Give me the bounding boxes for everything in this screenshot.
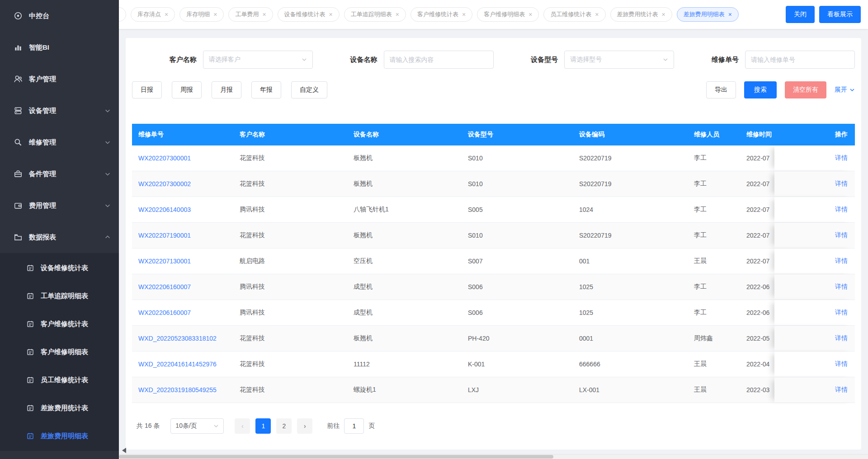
detail-link[interactable]: 详情 [835,283,848,291]
cell-device-name: 螺旋机1 [347,377,462,403]
close-icon[interactable]: × [528,11,532,18]
goto-page-input[interactable] [344,418,364,434]
page-number-button[interactable]: 1 [255,418,271,434]
clipped-tab[interactable] [119,7,126,22]
close-icon[interactable]: × [396,11,399,18]
page-number-button[interactable]: 2 [276,418,292,434]
cell-device-model: S006 [462,274,573,300]
detail-link[interactable]: 详情 [835,154,848,162]
board-display-button[interactable]: 看板展示 [819,6,861,23]
detail-link[interactable]: 详情 [835,386,848,394]
order-no-link[interactable]: WX202206140003 [138,206,191,213]
period-button[interactable]: 自定义 [291,81,327,98]
sidebar-item-console[interactable]: 中控台 [0,0,119,32]
cell-repair-time: 2022-07 [740,248,774,274]
sidebar-subitem[interactable]: 员工维修统计表 [0,366,119,394]
cell-worker: 周炜鑫 [688,326,740,351]
sidebar-item-expenses[interactable]: 费用管理 [0,190,119,221]
sidebar-item-spare-parts[interactable]: 备件管理 [0,158,119,190]
order-no-link[interactable]: WX202207300002 [138,180,191,187]
chevron-down-icon [663,57,668,62]
bi-chart-icon [14,43,23,52]
close-button[interactable]: 关闭 [786,6,815,23]
cell-customer-name: 花篮科技 [233,377,347,403]
customer-select[interactable]: 请选择客户 [203,51,313,69]
tab[interactable]: 库存清点 × [131,7,175,22]
sidebar-item-customers[interactable]: 客户管理 [0,63,119,95]
order-no-input[interactable] [745,51,855,69]
search-button[interactable]: 搜索 [744,81,777,98]
cell-device-model: S005 [462,197,573,222]
sidebar-subitem[interactable]: 客户维修统计表 [0,310,119,338]
repair-orders-table: 维修单号 客户名称 设备名称 设备型号 设备编码 维修人员 维修时间 操作 WX… [132,124,855,403]
order-no-link[interactable]: WX202207190001 [138,232,191,239]
device-model-select[interactable]: 请选择型号 [564,51,674,69]
period-button[interactable]: 月报 [212,81,241,98]
report-icon [26,264,34,272]
period-button[interactable]: 日报 [132,81,162,98]
tab[interactable]: 差旅费用统计表 × [610,7,672,22]
tab[interactable]: 客户维修明细表 × [477,7,539,22]
tab[interactable]: 客户维修统计表 × [410,7,472,22]
order-no-link[interactable]: WX202206160007 [138,283,191,290]
sidebar-subitem[interactable]: 工单追踪明细表 [0,282,119,310]
cell-action: 详情 [774,377,855,403]
prev-page-button[interactable]: ‹ [235,418,250,434]
sidebar-subitem-label: 差旅费用明细表 [41,432,88,440]
close-icon[interactable]: × [662,11,665,18]
tab[interactable]: 员工维修统计表 × [543,7,605,22]
detail-link[interactable]: 详情 [835,334,848,342]
sidebar-item-repair[interactable]: 维修管理 [0,126,119,158]
detail-link[interactable]: 详情 [835,257,848,265]
order-no-link[interactable]: WX202207300001 [138,155,191,162]
detail-link[interactable]: 详情 [835,309,848,317]
cell-order-no: WX202206160007 [132,274,233,300]
close-icon[interactable]: × [595,11,599,18]
horizontal-scrollbar[interactable] [119,454,868,459]
report-icon [26,348,34,356]
chevron-down-icon [213,423,219,429]
next-page-button[interactable]: › [297,418,312,434]
sidebar-item-bi[interactable]: 智能BI [0,32,119,63]
order-no-link[interactable]: WX202206160007 [138,309,191,316]
cell-action: 详情 [774,171,855,197]
tab[interactable]: 库存明细 × [179,7,224,22]
detail-link[interactable]: 详情 [835,206,848,214]
sidebar-subitem[interactable]: 差旅费用明细表 [0,422,119,450]
detail-link[interactable]: 详情 [835,360,848,368]
report-card: 客户名称 请选择客户 设备名称 设备型号 请选择型号 [126,38,861,450]
close-icon[interactable]: × [165,11,168,18]
sidebar-subitem[interactable]: 设备维修统计表 [0,254,119,282]
order-no-link[interactable]: WX202207130001 [138,258,191,265]
close-icon[interactable]: × [462,11,466,18]
detail-link[interactable]: 详情 [835,180,848,188]
expand-link[interactable]: 展开 [835,86,855,94]
export-button[interactable]: 导出 [706,81,736,98]
collapse-sidebar-icon[interactable] [122,448,126,453]
pagination: 共 16 条 10条/页 ‹ 12 › 前往 页 [132,418,855,434]
close-icon[interactable]: × [213,11,217,18]
tab[interactable]: 工单追踪明细表 × [344,7,406,22]
tab[interactable]: 工单费用 × [228,7,273,22]
device-name-input[interactable] [384,51,494,69]
detail-link[interactable]: 详情 [835,231,848,239]
tab[interactable]: 差旅费用明细表 × [677,7,739,22]
close-icon[interactable]: × [329,11,333,18]
period-button[interactable]: 年报 [251,81,281,98]
sidebar-subitem[interactable]: 客户维修明细表 [0,338,119,366]
sidebar-subitem[interactable]: 差旅费用统计表 [0,394,119,422]
tab[interactable]: 设备维修统计表 × [278,7,340,22]
order-no-link[interactable]: WXD_20220416141452976 [138,361,217,368]
sidebar-item-devices[interactable]: 设备管理 [0,95,119,126]
cell-device-code: 666666 [573,351,688,377]
clear-all-button[interactable]: 清空所有 [785,81,826,98]
close-icon[interactable]: × [728,11,732,18]
close-icon[interactable]: × [262,11,266,18]
order-no-link[interactable]: WXD_20220319180549255 [138,386,217,393]
page-size-select[interactable]: 10条/页 [170,418,224,434]
order-no-link[interactable]: WXD_20220523083318102 [138,335,217,342]
sidebar-subitem-label: 设备维修统计表 [41,264,88,272]
period-button[interactable]: 周报 [172,81,202,98]
sidebar-item-reports[interactable]: 数据报表 [0,221,119,253]
scrollbar-thumb[interactable] [119,455,553,459]
